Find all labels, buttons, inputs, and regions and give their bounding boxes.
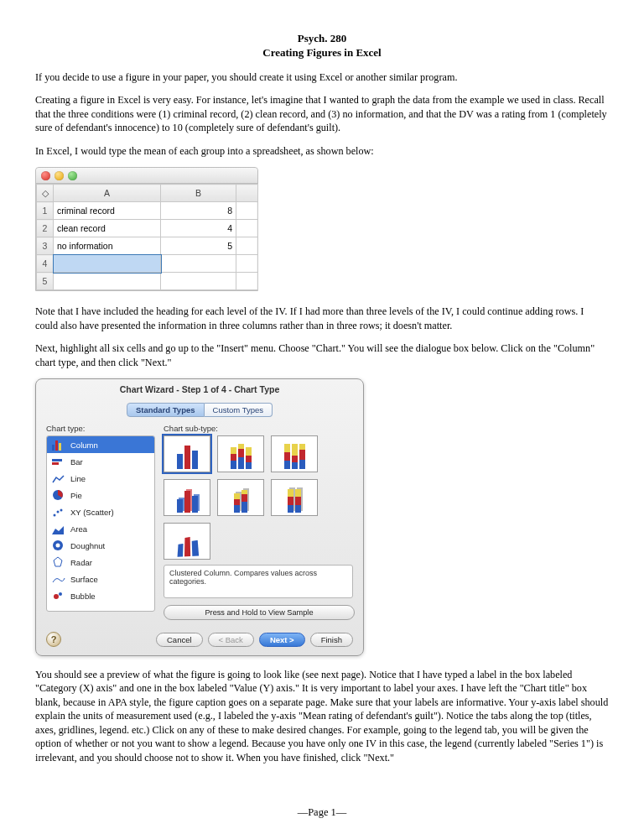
cell: [236, 273, 258, 290]
cell: [236, 220, 258, 237]
type-radar[interactable]: Radar: [47, 554, 154, 571]
bar-icon: [52, 456, 65, 467]
spreadsheet-screenshot: ◇ A B 1 criminal record 8 2 clean record…: [35, 167, 258, 291]
chart-subtype-label: Chart sub-type:: [164, 424, 353, 433]
cell: 4: [161, 220, 236, 237]
cell: no information: [54, 237, 161, 255]
type-pie[interactable]: Pie: [47, 487, 154, 503]
col-header-b: B: [161, 185, 236, 202]
svg-point-9: [59, 592, 62, 596]
type-area[interactable]: Area: [47, 520, 154, 537]
doughnut-icon: [52, 539, 65, 551]
line-icon: [52, 472, 65, 484]
subtype-3d-column[interactable]: [164, 523, 210, 560]
paragraph-4: Note that I have included the heading fo…: [35, 305, 609, 332]
subtype-stacked-column[interactable]: [217, 435, 264, 472]
svg-marker-4: [52, 526, 64, 534]
spreadsheet-grid: ◇ A B 1 criminal record 8 2 clean record…: [36, 184, 258, 290]
dialog-title: Chart Wizard - Step 1 of 4 - Chart Type: [36, 379, 363, 403]
subtype-3d-clustered[interactable]: [164, 479, 210, 516]
type-xy-scatter[interactable]: XY (Scatter): [47, 503, 154, 520]
type-column[interactable]: Column: [47, 436, 154, 453]
row-header: 2: [37, 220, 54, 237]
course-code: Psych. 280: [35, 32, 609, 46]
paragraph-6: You should see a preview of what the fig…: [35, 668, 609, 764]
tab-standard-types[interactable]: Standard Types: [127, 403, 205, 417]
paragraph-3: In Excel, I would type the mean of each …: [35, 144, 609, 158]
cancel-button[interactable]: Cancel: [156, 633, 203, 647]
zoom-icon: [68, 171, 77, 180]
paragraph-1: If you decide to use a figure in your pa…: [35, 70, 609, 84]
type-doughnut[interactable]: Doughnut: [47, 537, 154, 554]
row-header: 3: [37, 237, 54, 255]
row-header: 1: [37, 202, 54, 220]
select-all-corner: ◇: [37, 185, 54, 202]
window-titlebar: [36, 168, 257, 184]
pie-icon: [52, 489, 65, 501]
subtype-description: Clustered Column. Compares values across…: [164, 565, 353, 598]
row-header: 5: [37, 273, 54, 290]
paragraph-2: Creating a figure in Excel is very easy.…: [35, 93, 609, 134]
type-bubble[interactable]: Bubble: [47, 587, 154, 604]
col-header-a: A: [54, 185, 161, 202]
chart-wizard-dialog: Chart Wizard - Step 1 of 4 - Chart Type …: [35, 378, 364, 656]
svg-point-2: [57, 511, 60, 513]
active-cell: [54, 255, 161, 273]
paragraph-5: Next, highlight all six cells and go up …: [35, 341, 609, 369]
radar-icon: [52, 556, 65, 568]
help-icon[interactable]: ?: [46, 632, 61, 647]
bubble-icon: [52, 590, 65, 602]
svg-point-3: [60, 509, 63, 512]
area-icon: [52, 523, 65, 534]
row-header: 4: [37, 255, 54, 273]
svg-point-1: [54, 514, 56, 517]
page-footer: —Page 1—: [0, 806, 644, 819]
cell: 5: [161, 237, 236, 255]
cell: [236, 237, 258, 255]
type-bar[interactable]: Bar: [47, 453, 154, 470]
subtype-grid: [164, 435, 353, 560]
cell: [236, 255, 258, 273]
cell: 8: [161, 202, 236, 220]
subtype-clustered-column[interactable]: [164, 435, 210, 472]
cell: [54, 273, 161, 290]
col-header-c: [236, 185, 258, 202]
svg-point-8: [54, 594, 59, 599]
finish-button[interactable]: Finish: [310, 633, 353, 647]
column-icon: [52, 439, 65, 451]
svg-point-6: [56, 544, 60, 548]
minimize-icon: [55, 171, 64, 180]
chart-type-list[interactable]: Column Bar Line Pie XY (Scatter) Area Do…: [46, 435, 155, 612]
page-title: Creating Figures in Excel: [35, 46, 609, 60]
tab-custom-types[interactable]: Custom Types: [205, 403, 273, 417]
subtype-3d-100pct[interactable]: [271, 479, 318, 516]
type-surface[interactable]: Surface: [47, 571, 154, 587]
tab-segmented-control: Standard Types Custom Types: [36, 403, 363, 417]
subtype-3d-stacked[interactable]: [217, 479, 264, 516]
svg-marker-7: [54, 557, 62, 566]
back-button[interactable]: < Back: [208, 633, 254, 647]
next-button[interactable]: Next >: [259, 633, 305, 647]
scatter-icon: [52, 506, 65, 518]
cell: clean record: [54, 220, 161, 237]
view-sample-button[interactable]: Press and Hold to View Sample: [164, 605, 355, 620]
subtype-100pct-stacked[interactable]: [271, 435, 318, 472]
chart-type-label: Chart type:: [46, 424, 155, 433]
cell: [161, 255, 236, 273]
cell: [236, 202, 258, 220]
cell: criminal record: [54, 202, 161, 220]
cell: [161, 273, 236, 290]
type-line[interactable]: Line: [47, 470, 154, 487]
close-icon: [41, 171, 50, 180]
surface-icon: [52, 573, 65, 585]
